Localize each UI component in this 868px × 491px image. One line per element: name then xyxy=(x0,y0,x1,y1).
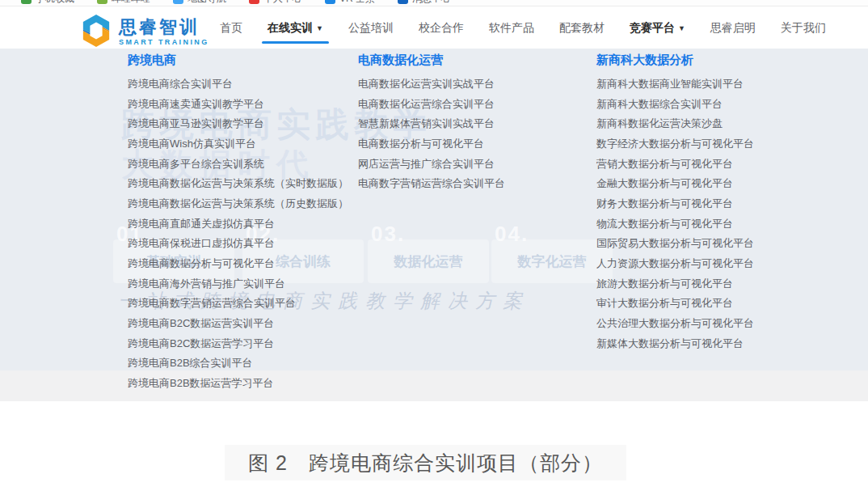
nav-item-label: 在线实训 xyxy=(268,21,313,34)
nav-item-label: 竞赛平台 xyxy=(630,21,675,34)
menu-item[interactable]: 电商数据化运营综合实训平台 xyxy=(358,95,505,115)
figure-caption-box: 图 2 跨境电商综合实训项目（部分） xyxy=(225,445,626,480)
menu-item[interactable]: 跨境电商数据化运营与决策系统（历史数据版） xyxy=(128,194,348,214)
nav-item[interactable]: 在线实训▼ xyxy=(268,6,323,49)
nav-item-label: 公益培训 xyxy=(348,21,394,34)
menu-item[interactable]: 跨境电商亚马逊实训教学平台 xyxy=(128,114,348,134)
nav-item[interactable]: 校企合作 xyxy=(419,6,464,49)
menu-item[interactable]: 审计大数据分析与可视化平台 xyxy=(596,294,754,314)
menu-item[interactable]: 跨境电商数据分析与可视化平台 xyxy=(128,254,348,274)
mega-menu-dropdown: 跨境电商实践教学 大数据时代 一站式跨境电商实践教学解决方案 01.基础实训02… xyxy=(0,49,868,401)
menu-item[interactable]: 电商数字营销运营综合实训平台 xyxy=(358,174,505,194)
menu-item[interactable]: 跨境电商直邮通关虚拟仿真平台 xyxy=(128,214,348,235)
nav-item-label: 校企合作 xyxy=(419,21,464,34)
bookmark-label: 手机收藏 xyxy=(36,0,74,6)
bookmark-item[interactable]: 个人中心 xyxy=(249,0,302,6)
bookmark-label: 个人中心 xyxy=(263,0,302,6)
figure-caption: 图 2 跨境电商综合实训项目（部分） xyxy=(248,450,603,476)
menu-item[interactable]: 新商科数据化运营决策沙盘 xyxy=(596,114,754,134)
menu-item[interactable]: 跨境电商速卖通实训教学平台 xyxy=(128,95,348,115)
menu-item[interactable]: 跨境电商B2B数据运营学习平台 xyxy=(128,374,348,394)
nav-item[interactable]: 首页 xyxy=(220,6,242,49)
menu-item[interactable]: 跨境电商B2B综合实训平台 xyxy=(128,353,348,374)
bookmark-favicon xyxy=(21,0,32,4)
nav-item-label: 配套教材 xyxy=(559,21,605,34)
nav-item-label: 首页 xyxy=(220,21,242,34)
menu-item[interactable]: 跨境电商B2C数据运营实训平台 xyxy=(128,314,348,334)
bookmark-label: 消息中心 xyxy=(412,0,451,6)
nav-item-label: 关于我们 xyxy=(781,21,826,34)
menu-column-title[interactable]: 新商科大数据分析 xyxy=(596,52,693,68)
bookmark-item[interactable]: 地图导航 xyxy=(173,0,226,6)
menu-item[interactable]: 跨境电商保税进口虚拟仿真平台 xyxy=(128,234,348,254)
logo-name: 思睿智训 xyxy=(119,19,209,36)
page: 手机收藏哔哩哔哩地图导航个人中心VR 全景消息中心 思睿智训 SMART TRA… xyxy=(0,0,868,491)
bookmark-item[interactable]: VR 全景 xyxy=(325,0,375,6)
bookmark-label: VR 全景 xyxy=(339,0,375,6)
nav-item-label: 思睿启明 xyxy=(710,21,756,34)
nav-item[interactable]: 公益培训 xyxy=(348,6,394,49)
nav-item[interactable]: 竞赛平台▼ xyxy=(630,6,685,49)
menu-item[interactable]: 新媒体大数据分析与可视化平台 xyxy=(596,334,754,354)
menu-item[interactable]: 跨境电商海外营销与推广实训平台 xyxy=(128,274,348,294)
menu-item[interactable]: 跨境电商B2C数据运营学习平台 xyxy=(128,334,348,354)
bookmark-favicon xyxy=(97,0,107,4)
menu-item[interactable]: 国际贸易大数据分析与可视化平台 xyxy=(596,234,754,254)
menu-item[interactable]: 跨境电商综合实训平台 xyxy=(128,74,348,95)
chevron-down-icon: ▼ xyxy=(316,24,323,32)
main-nav: 首页在线实训▼公益培训校企合作软件产品配套教材竞赛平台▼思睿启明关于我们 xyxy=(220,6,826,49)
site-header: 思睿智训 SMART TRAINING 首页在线实训▼公益培训校企合作软件产品配… xyxy=(0,6,868,49)
bookmark-item[interactable]: 手机收藏 xyxy=(21,0,74,6)
menu-item[interactable]: 新商科大数据综合实训平台 xyxy=(596,95,754,115)
bookmark-item[interactable]: 哔哩哔哩 xyxy=(97,0,150,6)
menu-column-title[interactable]: 跨境电商 xyxy=(128,52,176,68)
bookmark-favicon xyxy=(173,0,183,4)
menu-item[interactable]: 财务大数据分析与可视化平台 xyxy=(596,194,754,214)
bookmark-label: 哔哩哔哩 xyxy=(112,0,150,6)
logo-subtitle: SMART TRAINING xyxy=(119,39,209,46)
menu-item[interactable]: 营销大数据分析与可视化平台 xyxy=(596,154,754,175)
logo-hexagon-icon xyxy=(81,14,112,51)
menu-item[interactable]: 新商科大数据商业智能实训平台 xyxy=(596,74,754,95)
chevron-down-icon: ▼ xyxy=(678,24,685,32)
bookmark-label: 地图导航 xyxy=(188,0,226,6)
menu-item[interactable]: 跨境电商数字营销运营综合实训平台 xyxy=(128,294,348,314)
nav-item[interactable]: 配套教材 xyxy=(559,6,605,49)
site-logo[interactable]: 思睿智训 SMART TRAINING xyxy=(81,14,209,51)
menu-item[interactable]: 跨境电商数据化运营与决策系统（实时数据版） xyxy=(128,174,348,194)
menu-column-title[interactable]: 电商数据化运营 xyxy=(358,52,443,68)
bookmark-favicon xyxy=(249,0,259,4)
menu-item[interactable]: 数字经济大数据分析与可视化平台 xyxy=(596,134,754,154)
menu-item[interactable]: 跨境电商多平台综合实训系统 xyxy=(128,154,348,175)
nav-item-label: 软件产品 xyxy=(489,21,534,34)
menu-item[interactable]: 电商数据化运营实训实战平台 xyxy=(358,74,505,95)
bookmark-favicon xyxy=(398,0,408,4)
menu-item[interactable]: 金融大数据分析与可视化平台 xyxy=(596,174,754,194)
browser-bookmarks-bar: 手机收藏哔哩哔哩地图导航个人中心VR 全景消息中心 xyxy=(0,0,868,6)
menu-item[interactable]: 人力资源大数据分析与可视化平台 xyxy=(596,254,754,274)
nav-item[interactable]: 思睿启明 xyxy=(710,6,756,49)
menu-item[interactable]: 电商数据分析与可视化平台 xyxy=(358,134,505,154)
nav-item[interactable]: 软件产品 xyxy=(489,6,534,49)
menu-item[interactable]: 公共治理大数据分析与可视化平台 xyxy=(596,314,754,334)
menu-item[interactable]: 物流大数据分析与可视化平台 xyxy=(596,214,754,235)
menu-item[interactable]: 智慧新媒体营销实训实战平台 xyxy=(358,114,505,134)
menu-item[interactable]: 网店运营与推广综合实训平台 xyxy=(358,154,505,175)
bookmark-favicon xyxy=(325,0,335,4)
menu-item[interactable]: 跨境电商Wish仿真实训平台 xyxy=(128,134,348,154)
menu-item[interactable]: 旅游大数据分析与可视化平台 xyxy=(596,274,754,294)
bookmark-item[interactable]: 消息中心 xyxy=(398,0,451,6)
nav-item[interactable]: 关于我们 xyxy=(781,6,826,49)
logo-text: 思睿智训 SMART TRAINING xyxy=(119,19,209,46)
